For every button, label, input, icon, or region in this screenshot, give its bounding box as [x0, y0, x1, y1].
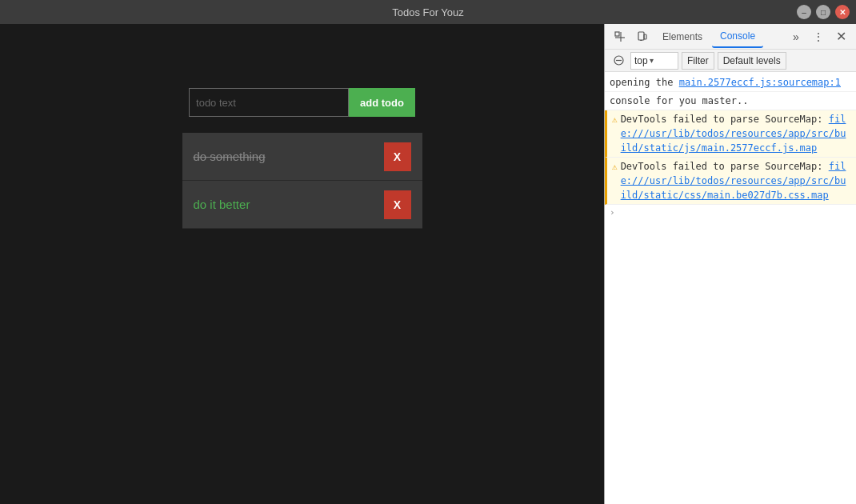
- console-output: opening the main.2577eccf.js:sourcemap:1…: [605, 72, 856, 504]
- minimize-button[interactable]: –: [797, 5, 811, 19]
- console-text: opening the main.2577eccf.js:sourcemap:1: [610, 75, 841, 90]
- app-area: add todo do something X do it better X: [0, 24, 604, 504]
- title-bar: Todos For Youz – □ ✕: [0, 0, 856, 24]
- delete-todo-button[interactable]: X: [384, 190, 411, 219]
- filter-button[interactable]: Filter: [682, 52, 714, 70]
- console-line-warning: ⚠ DevTools failed to parse SourceMap: fi…: [605, 110, 856, 158]
- svg-rect-4: [640, 40, 642, 41]
- devtools-toolbar: top ▾ Filter Default levels: [605, 50, 856, 72]
- warning-icon: ⚠: [612, 161, 618, 174]
- filter-dropdown-arrow: ▾: [650, 56, 654, 65]
- todo-input[interactable]: [189, 88, 349, 117]
- window-title: Todos For Youz: [392, 6, 464, 18]
- inspect-element-button[interactable]: [610, 26, 630, 47]
- delete-todo-button[interactable]: X: [384, 142, 411, 171]
- devtools-tabs: Elements Console » ⋮ ✕: [605, 24, 856, 50]
- todo-text-completed: do something: [194, 150, 266, 163]
- todo-item: do it better X: [182, 181, 422, 229]
- default-levels-button[interactable]: Default levels: [718, 52, 786, 70]
- todo-input-row: add todo: [189, 88, 415, 117]
- console-link[interactable]: file:///usr/lib/todos/resources/app/src/…: [621, 114, 846, 154]
- todo-text-active: do it better: [194, 198, 250, 211]
- filter-top-value: top: [634, 55, 648, 66]
- filter-select-wrap: top ▾: [630, 52, 678, 70]
- console-link[interactable]: file:///usr/lib/todos/resources/app/src/…: [621, 161, 846, 201]
- console-text: DevTools failed to parse SourceMap: file…: [621, 112, 851, 155]
- clear-console-button[interactable]: [610, 52, 627, 70]
- window-controls: – □ ✕: [797, 5, 850, 19]
- device-toolbar-button[interactable]: [632, 26, 653, 47]
- svg-rect-5: [644, 34, 646, 39]
- console-link[interactable]: main.2577eccf.js:sourcemap:1: [679, 77, 841, 88]
- devtools-panel: Elements Console » ⋮ ✕ top ▾ Filter Defa…: [604, 24, 856, 504]
- devtools-close-button[interactable]: ✕: [830, 26, 851, 47]
- console-line: opening the main.2577eccf.js:sourcemap:1: [605, 74, 856, 92]
- main-layout: add todo do something X do it better X: [0, 24, 856, 504]
- tab-elements[interactable]: Elements: [654, 26, 710, 48]
- console-line: console for you master..: [605, 92, 856, 110]
- svg-rect-0: [615, 32, 619, 36]
- close-button[interactable]: ✕: [835, 5, 850, 19]
- console-text: DevTools failed to parse SourceMap: file…: [621, 159, 851, 202]
- console-expand[interactable]: ›: [605, 205, 856, 219]
- warning-icon: ⚠: [612, 114, 618, 127]
- todo-item: do something X: [182, 133, 422, 181]
- tab-console[interactable]: Console: [712, 26, 763, 48]
- add-todo-button[interactable]: add todo: [349, 88, 415, 117]
- svg-rect-3: [638, 32, 644, 40]
- todo-list: do something X do it better X: [182, 133, 422, 229]
- more-tabs-button[interactable]: »: [786, 26, 806, 47]
- maximize-button[interactable]: □: [816, 5, 830, 19]
- console-line-warning: ⚠ DevTools failed to parse SourceMap: fi…: [605, 158, 856, 205]
- devtools-menu-button[interactable]: ⋮: [808, 26, 829, 47]
- chevron-right-icon: ›: [610, 207, 615, 218]
- console-text: console for you master..: [610, 94, 748, 108]
